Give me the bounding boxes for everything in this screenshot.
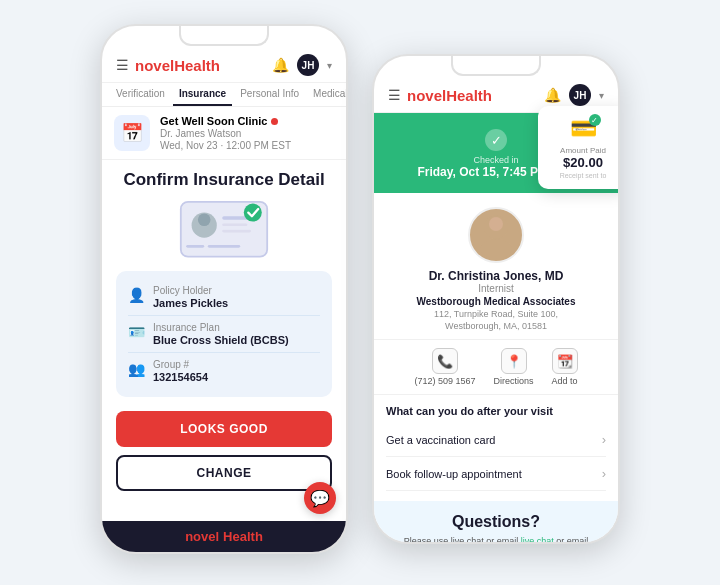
right-phone: ☰ novelHealth 🔔 JH ▾ ✓ Checked in Friday… <box>372 54 620 544</box>
phone-action[interactable]: 📞 (712) 509 1567 <box>414 348 475 386</box>
doctor-title: Internist <box>386 283 606 294</box>
insurance-plan-value: Blue Cross Shield (BCBS) <box>153 334 289 346</box>
hamburger-icon[interactable]: ☰ <box>116 57 129 73</box>
svg-point-10 <box>489 217 503 231</box>
left-phone-notch <box>179 26 269 46</box>
doctor-avatar <box>468 207 524 263</box>
clinic-icon: 📅 <box>114 115 150 151</box>
right-avatar[interactable]: JH <box>569 84 591 106</box>
directions-icon: 📍 <box>501 348 527 374</box>
visit-section: What can you do after your visit Get a v… <box>374 395 618 501</box>
amount-card: 💳 ✓ Amount Paid $20.00 Receipt sent to <box>538 106 620 189</box>
step-personal-info[interactable]: Personal Info <box>234 83 305 106</box>
doctor-address-2: Westborough, MA, 01581 <box>386 321 606 331</box>
doctor-org: Westborough Medical Associates <box>386 296 606 307</box>
chevron-right-icon-1: › <box>602 432 606 447</box>
section-title: Confirm Insurance Detail <box>116 170 332 190</box>
visit-action-followup[interactable]: Book follow-up appointment › <box>386 457 606 491</box>
clinic-info: Get Well Soon Clinic Dr. James Watson We… <box>160 115 291 151</box>
field-group-number: 👥 Group # 132154654 <box>128 353 320 389</box>
insurance-plan-label: Insurance Plan <box>153 322 289 333</box>
add-action[interactable]: 📆 Add to <box>552 348 578 386</box>
id-card-graphic <box>116 200 332 259</box>
amount-card-icon-wrapper: 💳 ✓ <box>570 116 597 142</box>
svg-point-8 <box>244 204 262 222</box>
add-label: Add to <box>552 376 578 386</box>
amount-paid-label: Amount Paid <box>550 146 616 155</box>
scene: ☰ novelHealth 🔔 JH ▾ Verification Insura… <box>0 0 720 585</box>
main-content: Confirm Insurance Detail <box>102 160 346 501</box>
phone-label: (712) 509 1567 <box>414 376 475 386</box>
left-nav-icons: 🔔 JH ▾ <box>272 54 332 76</box>
right-hamburger-icon[interactable]: ☰ <box>388 87 401 103</box>
amount-check-icon: ✓ <box>589 114 601 126</box>
svg-rect-6 <box>186 245 204 248</box>
left-nav-bar: ☰ novelHealth 🔔 JH ▾ <box>102 46 346 83</box>
right-bell-icon[interactable]: 🔔 <box>544 87 561 103</box>
field-policy-holder: 👤 Policy Holder James Pickles <box>128 279 320 316</box>
phone-icon: 📞 <box>432 348 458 374</box>
svg-rect-4 <box>222 223 247 226</box>
policy-holder-value: James Pickles <box>153 297 228 309</box>
live-chat-link[interactable]: live chat <box>521 536 554 544</box>
doctor-section: Dr. Christina Jones, MD Internist Westbo… <box>374 193 618 340</box>
amount-receipt-sub: Receipt sent to <box>550 172 616 179</box>
checkin-check-icon: ✓ <box>485 129 507 151</box>
doctor-name: Dr. Christina Jones, MD <box>386 269 606 283</box>
step-verification[interactable]: Verification <box>110 83 171 106</box>
right-chevron-down-icon: ▾ <box>599 90 604 101</box>
policy-holder-label: Policy Holder <box>153 285 228 296</box>
card-icon: 🪪 <box>128 324 145 340</box>
followup-label: Book follow-up appointment <box>386 468 522 480</box>
person-icon: 👤 <box>128 287 145 303</box>
step-insurance[interactable]: Insurance <box>173 83 232 106</box>
doctor-actions: 📞 (712) 509 1567 📍 Directions 📆 Add to <box>374 340 618 395</box>
right-phone-notch <box>451 56 541 76</box>
chevron-right-icon-2: › <box>602 466 606 481</box>
group-number-label: Group # <box>153 359 208 370</box>
calendar-icon: 📆 <box>552 348 578 374</box>
left-footer: novelHealth <box>102 521 346 552</box>
directions-label: Directions <box>494 376 534 386</box>
svg-rect-5 <box>222 230 251 233</box>
chat-bubble[interactable]: 💬 <box>304 482 336 514</box>
group-number-value: 132154654 <box>153 371 208 383</box>
bell-icon[interactable]: 🔔 <box>272 57 289 73</box>
questions-section: Questions? Please use live chat or email… <box>374 501 618 544</box>
change-button[interactable]: CHANGE <box>116 455 332 491</box>
clinic-card: 📅 Get Well Soon Clinic Dr. James Watson … <box>102 107 346 160</box>
svg-point-2 <box>198 214 211 227</box>
directions-action[interactable]: 📍 Directions <box>494 348 534 386</box>
avatar[interactable]: JH <box>297 54 319 76</box>
questions-title: Questions? <box>388 513 604 531</box>
insurance-fields: 👤 Policy Holder James Pickles 🪪 Insuranc… <box>116 271 332 397</box>
group-icon: 👥 <box>128 361 145 377</box>
visit-action-vaccination[interactable]: Get a vaccination card › <box>386 423 606 457</box>
svg-rect-7 <box>208 245 240 248</box>
clinic-datetime: Wed, Nov 23 · 12:00 PM EST <box>160 140 291 151</box>
step-medical-history[interactable]: Medical Histor <box>307 83 348 106</box>
chevron-down-icon: ▾ <box>327 60 332 71</box>
left-phone: ☰ novelHealth 🔔 JH ▾ Verification Insura… <box>100 24 348 554</box>
right-nav-icons: 🔔 JH ▾ <box>544 84 604 106</box>
amount-paid-value: $20.00 <box>550 155 616 170</box>
doctor-address-1: 112, Turnpike Road, Suite 100, <box>386 309 606 319</box>
clinic-status-dot <box>271 118 278 125</box>
field-insurance-plan: 🪪 Insurance Plan Blue Cross Shield (BCBS… <box>128 316 320 353</box>
looks-good-button[interactable]: LOOKS GOOD <box>116 411 332 447</box>
steps-tabs: Verification Insurance Personal Info Med… <box>102 83 346 107</box>
questions-text: Please use live chat or email live chat … <box>388 535 604 544</box>
clinic-name: Get Well Soon Clinic <box>160 115 291 127</box>
svg-point-11 <box>480 239 512 257</box>
vaccination-label: Get a vaccination card <box>386 434 495 446</box>
clinic-doctor: Dr. James Watson <box>160 128 291 139</box>
visit-section-title: What can you do after your visit <box>386 405 606 417</box>
right-nav-logo: novelHealth <box>407 87 492 104</box>
left-nav-logo: novelHealth <box>135 57 220 74</box>
